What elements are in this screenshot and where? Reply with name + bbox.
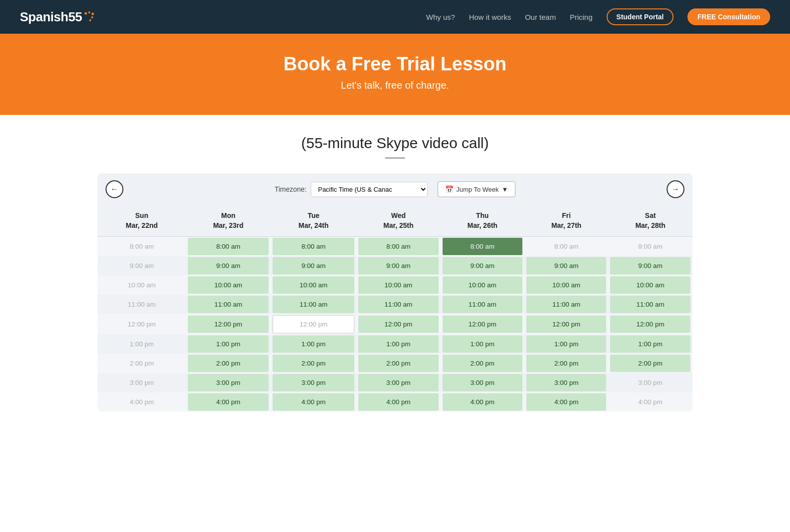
table-row: 11:00 am11:00 am11:00 am11:00 am11:00 am… (98, 295, 692, 314)
time-cell[interactable]: 11:00 am (356, 295, 440, 314)
time-cell: 10:00 am (98, 275, 186, 295)
svg-point-3 (91, 16, 93, 18)
time-cell: 2:00 pm (98, 354, 186, 373)
svg-point-0 (84, 12, 87, 15)
time-cell[interactable]: 8:00 am (271, 237, 356, 257)
time-cell: 8:00 am (608, 237, 692, 257)
time-cell[interactable]: 10:00 am (271, 275, 356, 295)
time-cell[interactable]: 9:00 am (524, 256, 608, 275)
time-cell[interactable]: 10:00 am (608, 275, 692, 295)
time-cell[interactable]: 11:00 am (608, 295, 692, 314)
nav-pricing[interactable]: Pricing (570, 13, 593, 21)
day-header-tue: Tue Mar, 24th (271, 205, 356, 237)
section-title: (55-minute Skype video call) (30, 135, 760, 152)
time-cell[interactable]: 1:00 pm (271, 334, 356, 354)
time-cell[interactable]: 12:00 pm (524, 314, 608, 334)
time-cell[interactable]: 11:00 am (271, 295, 356, 314)
timezone-select[interactable]: Pacific Time (US & Canac Eastern Time (U… (311, 182, 428, 197)
time-cell[interactable]: 1:00 pm (608, 334, 692, 354)
time-cell[interactable]: 11:00 am (186, 295, 271, 314)
header-row: Sun Mar, 22nd Mon Mar, 23rd Tue Mar, 24t… (98, 205, 692, 237)
time-cell[interactable]: 3:00 pm (524, 373, 608, 392)
jump-to-week-button[interactable]: 📅 Jump To Week ▼ (438, 181, 515, 197)
next-week-button[interactable]: → (667, 180, 684, 198)
time-cell[interactable]: 10:00 am (186, 275, 271, 295)
timezone-selector: Timezone: Pacific Time (US & Canac Easte… (275, 181, 515, 197)
time-cell[interactable]: 3:00 pm (271, 373, 356, 392)
logo-text: Spanish55 (20, 9, 82, 25)
time-cell[interactable]: 9:00 am (271, 256, 356, 275)
calendar-icon: 📅 (445, 185, 453, 193)
time-cell[interactable]: 2:00 pm (356, 354, 440, 373)
navbar-links: Why us? How it works Our team Pricing St… (426, 8, 770, 25)
time-cell[interactable]: 8:00 am (441, 237, 524, 257)
table-row: 3:00 pm3:00 pm3:00 pm3:00 pm3:00 pm3:00 … (98, 373, 692, 392)
time-cell[interactable]: 1:00 pm (524, 334, 608, 354)
time-cell[interactable]: 12:00 pm (608, 314, 692, 334)
time-cell[interactable]: 3:00 pm (186, 373, 271, 392)
jump-to-week-arrow: ▼ (502, 186, 508, 193)
time-cell[interactable]: 9:00 am (441, 256, 524, 275)
time-cell[interactable]: 9:00 am (356, 256, 440, 275)
day-header-fri: Fri Mar, 27th (524, 205, 608, 237)
time-cell[interactable]: 4:00 pm (441, 392, 524, 412)
time-cell[interactable]: 2:00 pm (186, 354, 271, 373)
hero-title: Book a Free Trial Lesson (10, 53, 780, 75)
time-cell[interactable]: 10:00 am (356, 275, 440, 295)
scheduler: ← Timezone: Pacific Time (US & Canac Eas… (98, 173, 692, 412)
table-row: 12:00 pm12:00 pm12:00 pm12:00 pm12:00 pm… (98, 314, 692, 334)
time-cell[interactable]: 1:00 pm (186, 334, 271, 354)
table-row: 1:00 pm1:00 pm1:00 pm1:00 pm1:00 pm1:00 … (98, 334, 692, 354)
calendar-grid: Sun Mar, 22nd Mon Mar, 23rd Tue Mar, 24t… (98, 205, 692, 412)
section-divider (385, 158, 405, 159)
navbar: Spanish55 Why us? How it works Our team … (0, 0, 790, 34)
free-consultation-button[interactable]: FREE Consultation (687, 8, 770, 25)
day-header-sat: Sat Mar, 28th (608, 205, 692, 237)
svg-point-2 (91, 13, 94, 15)
time-cell[interactable]: 10:00 am (524, 275, 608, 295)
prev-week-button[interactable]: ← (106, 180, 123, 198)
time-cell[interactable]: 4:00 pm (356, 392, 440, 412)
time-cell[interactable]: 11:00 am (441, 295, 524, 314)
table-row: 4:00 pm4:00 pm4:00 pm4:00 pm4:00 pm4:00 … (98, 392, 692, 412)
logo-dots-icon (84, 11, 95, 22)
time-cell[interactable]: 9:00 am (608, 256, 692, 275)
nav-how-it-works[interactable]: How it works (469, 13, 511, 21)
time-cell: 3:00 pm (98, 373, 186, 392)
time-cell[interactable]: 2:00 pm (441, 354, 524, 373)
time-cell[interactable]: 12:00 pm (356, 314, 440, 334)
time-cell[interactable]: 2:00 pm (271, 354, 356, 373)
time-cell[interactable]: 8:00 am (186, 237, 271, 257)
table-row: 10:00 am10:00 am10:00 am10:00 am10:00 am… (98, 275, 692, 295)
time-cell[interactable]: 8:00 am (356, 237, 440, 257)
time-cell[interactable]: 12:00 pm (441, 314, 524, 334)
time-cell: 8:00 am (524, 237, 608, 257)
svg-point-4 (89, 19, 91, 21)
day-header-wed: Wed Mar, 25th (356, 205, 440, 237)
time-cell[interactable]: 2:00 pm (524, 354, 608, 373)
time-cell[interactable]: 3:00 pm (441, 373, 524, 392)
student-portal-button[interactable]: Student Portal (607, 8, 674, 25)
table-row: 2:00 pm2:00 pm2:00 pm2:00 pm2:00 pm2:00 … (98, 354, 692, 373)
calendar-body: 8:00 am8:00 am8:00 am8:00 am8:00 am8:00 … (98, 237, 692, 412)
nav-why-us[interactable]: Why us? (426, 13, 455, 21)
time-cell[interactable]: 1:00 pm (441, 334, 524, 354)
time-cell[interactable]: 11:00 am (524, 295, 608, 314)
scheduler-scroll-wrapper[interactable]: Sun Mar, 22nd Mon Mar, 23rd Tue Mar, 24t… (98, 205, 692, 412)
time-cell[interactable]: 9:00 am (186, 256, 271, 275)
time-cell[interactable]: 12:00 pm (186, 314, 271, 334)
logo: Spanish55 (20, 9, 95, 25)
time-cell[interactable]: 3:00 pm (356, 373, 440, 392)
day-header-thu: Thu Mar, 26th (441, 205, 524, 237)
time-cell[interactable]: 4:00 pm (524, 392, 608, 412)
time-cell[interactable]: 4:00 pm (186, 392, 271, 412)
time-cell[interactable]: 12:00 pm (271, 314, 356, 334)
nav-our-team[interactable]: Our team (525, 13, 556, 21)
day-header-sun: Sun Mar, 22nd (98, 205, 186, 237)
time-cell[interactable]: 1:00 pm (356, 334, 440, 354)
time-cell[interactable]: 10:00 am (441, 275, 524, 295)
time-cell[interactable]: 4:00 pm (271, 392, 356, 412)
table-row: 8:00 am8:00 am8:00 am8:00 am8:00 am8:00 … (98, 237, 692, 257)
time-cell[interactable]: 2:00 pm (608, 354, 692, 373)
scheduler-toolbar: ← Timezone: Pacific Time (US & Canac Eas… (98, 173, 692, 205)
